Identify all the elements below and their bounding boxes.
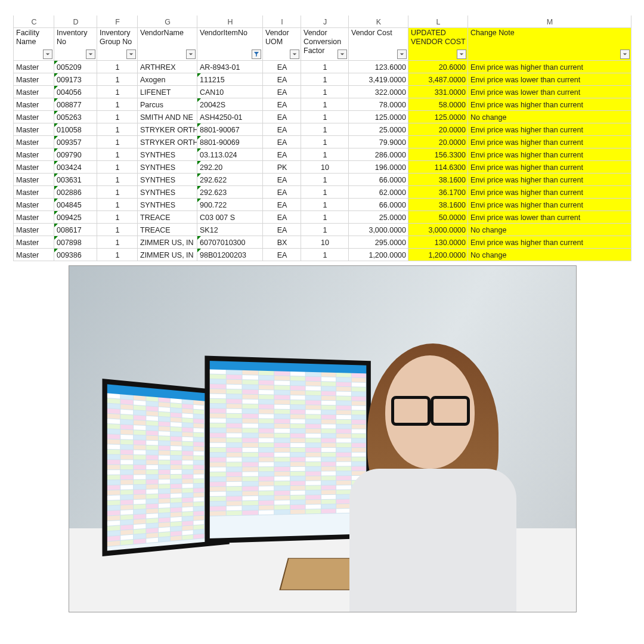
cell-I[interactable]: EA [263,86,301,98]
cell-J[interactable]: 1 [301,111,349,123]
cell-I[interactable]: EA [263,174,301,186]
cell-H[interactable]: 60707010300 [197,236,263,249]
cell-D[interactable]: 003631 [54,174,97,186]
cell-F[interactable]: 1 [97,249,138,261]
col-letter-G[interactable]: G [138,16,197,28]
cell-K[interactable]: 79.9000 [349,136,408,148]
cell-F[interactable]: 1 [97,186,138,199]
table-row[interactable]: Master0034241SYNTHES292.20PK10196.000011… [14,161,631,174]
cell-C[interactable]: Master [14,211,54,224]
cell-K[interactable]: 66.0000 [349,174,408,186]
cell-G[interactable]: SYNTHES [138,161,197,174]
cell-J[interactable]: 1 [301,136,349,148]
cell-F[interactable]: 1 [97,161,138,174]
table-row[interactable]: Master0036311SYNTHES292.622EA166.000038.… [14,174,631,186]
table-row[interactable]: Master0048451SYNTHES900.722EA166.000038.… [14,199,631,211]
cell-J[interactable]: 1 [301,249,349,261]
cell-D[interactable]: 009425 [54,211,97,224]
cell-H[interactable]: 98B01200203 [197,249,263,261]
cell-L[interactable]: 114.6300 [408,161,468,174]
cell-G[interactable]: SYNTHES [138,148,197,161]
cell-J[interactable]: 10 [301,236,349,249]
cell-K[interactable]: 25.0000 [349,211,408,224]
cell-F[interactable]: 1 [97,61,138,73]
table-row[interactable]: Master0100581STRYKER ORTH8801-90067EA125… [14,123,631,136]
col-letter-L[interactable]: L [408,16,468,28]
cell-D[interactable]: 005263 [54,111,97,123]
cell-C[interactable]: Master [14,224,54,236]
cell-G[interactable]: STRYKER ORTH [138,123,197,136]
cell-G[interactable]: TREACE [138,224,197,236]
cell-D[interactable]: 009386 [54,249,97,261]
cell-H[interactable]: 20042S [197,98,263,111]
cell-M[interactable]: Envi price was lower than current [468,73,631,86]
cell-F[interactable]: 1 [97,86,138,98]
cell-G[interactable]: LIFENET [138,86,197,98]
cell-H[interactable]: 111215 [197,73,263,86]
cell-M[interactable]: No change [468,111,631,123]
cell-C[interactable]: Master [14,186,54,199]
cell-H[interactable]: 8801-90067 [197,123,263,136]
cell-L[interactable]: 36.1700 [408,186,468,199]
cell-C[interactable]: Master [14,61,54,73]
cell-G[interactable]: SYNTHES [138,174,197,186]
cell-D[interactable]: 009357 [54,136,97,148]
cell-M[interactable]: Envi price was higher than current [468,61,631,73]
col-letter-D[interactable]: D [54,16,97,28]
filter-dropdown-icon[interactable] [397,49,407,59]
cell-F[interactable]: 1 [97,199,138,211]
cell-M[interactable]: Envi price was higher than current [468,236,631,249]
cell-I[interactable]: EA [263,249,301,261]
cell-K[interactable]: 62.0000 [349,186,408,199]
cell-M[interactable]: Envi price was higher than current [468,161,631,174]
cell-D[interactable]: 010058 [54,123,97,136]
cell-C[interactable]: Master [14,86,54,98]
cell-G[interactable]: SYNTHES [138,186,197,199]
cell-C[interactable]: Master [14,73,54,86]
cell-L[interactable]: 130.0000 [408,236,468,249]
table-row[interactable]: Master0052631SMITH AND NEASH4250-01EA112… [14,111,631,123]
cell-D[interactable]: 008877 [54,98,97,111]
table-row[interactable]: Master0052091ARTHREXAR-8943-01EA1123.600… [14,61,631,73]
cell-J[interactable]: 1 [301,186,349,199]
cell-K[interactable]: 66.0000 [349,199,408,211]
cell-L[interactable]: 20.0000 [408,123,468,136]
cell-I[interactable]: EA [263,73,301,86]
cell-D[interactable]: 009173 [54,73,97,86]
cell-L[interactable]: 20.6000 [408,61,468,73]
cell-I[interactable]: EA [263,136,301,148]
cell-C[interactable]: Master [14,174,54,186]
cell-L[interactable]: 20.0000 [408,136,468,148]
col-letter-K[interactable]: K [349,16,408,28]
cell-J[interactable]: 1 [301,61,349,73]
cell-K[interactable]: 3,419.0000 [349,73,408,86]
cell-C[interactable]: Master [14,161,54,174]
cell-G[interactable]: ARTHREX [138,61,197,73]
cell-L[interactable]: 125.0000 [408,111,468,123]
cell-K[interactable]: 123.6000 [349,61,408,73]
cell-C[interactable]: Master [14,98,54,111]
table-row[interactable]: Master0094251TREACEC03 007 SEA125.000050… [14,211,631,224]
cell-H[interactable]: CAN10 [197,86,263,98]
table-row[interactable]: Master0078981ZIMMER US, IN60707010300BX1… [14,236,631,249]
spreadsheet-table[interactable]: CDFGHIJKLM Facility NameInventory NoInve… [13,16,631,261]
cell-D[interactable]: 009790 [54,148,97,161]
cell-F[interactable]: 1 [97,224,138,236]
cell-H[interactable]: 292.20 [197,161,263,174]
table-row[interactable]: Master0097901SYNTHES03.113.024EA1286.000… [14,148,631,161]
cell-F[interactable]: 1 [97,98,138,111]
cell-K[interactable]: 1,200.0000 [349,249,408,261]
cell-C[interactable]: Master [14,111,54,123]
cell-L[interactable]: 3,000.0000 [408,224,468,236]
filter-dropdown-icon[interactable] [86,49,95,59]
cell-L[interactable]: 1,200.0000 [408,249,468,261]
cell-C[interactable]: Master [14,136,54,148]
filter-dropdown-icon[interactable] [457,49,466,59]
cell-M[interactable]: Envi price was higher than current [468,148,631,161]
cell-F[interactable]: 1 [97,73,138,86]
cell-F[interactable]: 1 [97,236,138,249]
filter-dropdown-icon[interactable] [186,49,196,59]
cell-F[interactable]: 1 [97,111,138,123]
cell-D[interactable]: 004845 [54,199,97,211]
cell-C[interactable]: Master [14,236,54,249]
